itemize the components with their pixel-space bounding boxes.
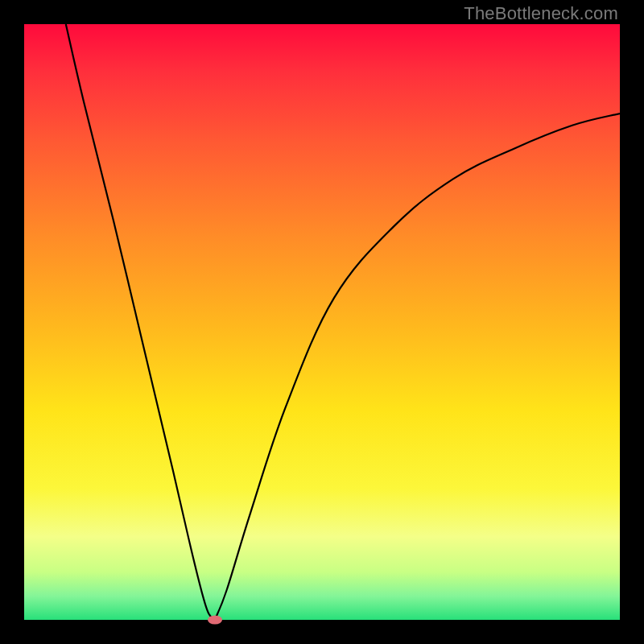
curve-right-branch [215, 114, 620, 620]
optimal-point-marker [208, 616, 222, 625]
chart-frame: TheBottleneck.com [0, 0, 644, 644]
curve-left-branch [66, 24, 215, 620]
watermark-text: TheBottleneck.com [464, 3, 618, 24]
bottleneck-curve [24, 24, 620, 620]
plot-area [24, 24, 620, 620]
